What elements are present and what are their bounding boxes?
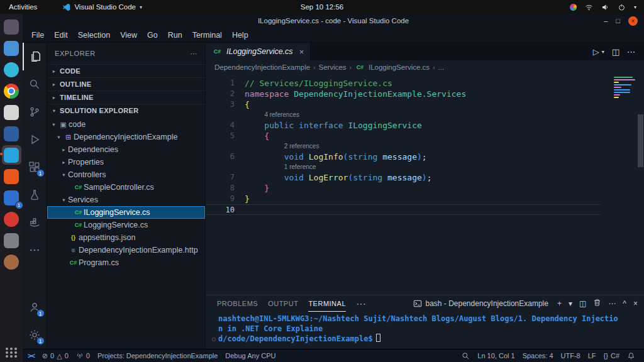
section-outline[interactable]: ▸OUTLINE — [47, 77, 205, 90]
tab-iloggingservice[interactable]: C# ILoggingService.cs × — [206, 43, 311, 60]
panel-overflow-icon[interactable]: ⋯ — [356, 298, 366, 310]
section-timeline[interactable]: ▸TIMELINE — [47, 90, 205, 104]
dock-text-editor[interactable] — [2, 102, 21, 122]
status-remote-indicator[interactable]: >< — [24, 349, 38, 362]
power-icon[interactable] — [618, 3, 626, 11]
activity-containers[interactable] — [23, 209, 47, 236]
codelens[interactable]: 1 reference — [206, 162, 644, 172]
close-tab-icon[interactable]: × — [299, 47, 304, 57]
dock-vscode[interactable] — [2, 145, 21, 165]
status-problems[interactable]: ⊘0△0 — [38, 349, 72, 362]
tree-item-dependencies[interactable]: ▸Dependencies — [47, 143, 205, 156]
tree-item-services[interactable]: ▾Services — [47, 194, 205, 206]
close-button[interactable]: × — [628, 16, 638, 26]
dock-files[interactable] — [2, 38, 21, 58]
menu-terminal[interactable]: Terminal — [187, 30, 227, 41]
system-tray[interactable]: ▾ — [570, 3, 644, 11]
activity-extensions[interactable]: 1 — [23, 153, 47, 181]
status-eol[interactable]: LF — [584, 349, 600, 362]
activity-accounts[interactable]: 1 — [23, 293, 47, 321]
title-bar[interactable]: ILoggingService.cs - code - Visual Studi… — [23, 14, 644, 28]
status-build-config[interactable]: Debug Any CPU — [221, 349, 279, 362]
show-apps-icon[interactable] — [6, 348, 18, 358]
activity-explorer[interactable] — [23, 43, 47, 70]
menu-view[interactable]: View — [115, 30, 142, 41]
tree-item-properties[interactable]: ▸Properties — [47, 156, 205, 168]
minimap[interactable] — [614, 77, 636, 98]
app-menu[interactable]: Visual Studio Code ▾ — [62, 3, 142, 11]
activities-button[interactable]: Activities — [0, 0, 46, 14]
tree-item-dependencyinjectionexample[interactable]: ▾⊞DependencyInjectionExample — [47, 131, 205, 143]
dock-app-brown[interactable] — [2, 252, 21, 272]
activity-more[interactable] — [23, 236, 47, 264]
volume-icon[interactable] — [601, 3, 609, 11]
tree-item-samplecontroller-cs[interactable]: C#SampleController.cs — [47, 181, 205, 194]
tree-item-code[interactable]: ▾▣code — [47, 118, 205, 131]
status-notifications[interactable] — [623, 349, 639, 362]
panel-tab-problems[interactable]: PROBLEMS — [217, 295, 258, 312]
codelens[interactable]: 4 references — [206, 110, 644, 120]
menu-file[interactable]: File — [26, 30, 49, 41]
codelens[interactable]: 2 references — [206, 141, 644, 151]
activity-source-control[interactable] — [23, 98, 47, 126]
menu-help[interactable]: Help — [227, 30, 253, 41]
indicator-icon[interactable] — [570, 4, 577, 11]
dock-app-gray[interactable] — [2, 231, 21, 250]
status-encoding[interactable]: UTF-8 — [557, 349, 584, 362]
code-editor[interactable]: 1// Services/ILoggingService.cs2namespac… — [206, 74, 644, 295]
status-zoom-indicator[interactable] — [458, 349, 474, 362]
activity-run-debug[interactable] — [23, 126, 47, 153]
terminal-selector[interactable]: bash - DependencyInjectionExample — [413, 299, 548, 308]
tree-item-iloggingservice-cs[interactable]: C#ILoggingService.cs — [47, 206, 205, 219]
breadcrumb-item[interactable]: ... — [438, 63, 444, 71]
editor-scrollbar[interactable] — [638, 114, 643, 167]
breadcrumb-item[interactable]: ILoggingService.cs — [369, 63, 430, 71]
clock[interactable]: Sep 10 12:56 — [301, 3, 343, 11]
tree-item-loggingservice-cs[interactable]: C#LoggingService.cs — [47, 219, 205, 231]
breadcrumb-item[interactable]: Services — [319, 63, 347, 71]
menu-run[interactable]: Run — [163, 30, 187, 41]
dock-app-db[interactable]: 1 — [2, 188, 21, 207]
dock-app-blue-dark[interactable] — [2, 124, 21, 143]
activity-search[interactable] — [23, 70, 47, 98]
minimize-button[interactable]: – — [604, 17, 608, 25]
activity-settings[interactable]: 1 — [23, 321, 47, 349]
status-cursor-position[interactable]: Ln 10, Col 1 — [474, 349, 518, 362]
status-indentation[interactable]: Spaces: 4 — [519, 349, 557, 362]
status-ports[interactable]: 0 — [72, 349, 94, 362]
kill-terminal-button[interactable] — [593, 299, 601, 309]
terminal-dropdown[interactable]: ▾ — [569, 299, 572, 308]
run-button[interactable]: ▷ — [593, 47, 599, 57]
run-dropdown[interactable]: ▾ — [602, 49, 604, 55]
panel-tab-terminal[interactable]: TERMINAL — [308, 295, 346, 312]
network-icon[interactable] — [585, 3, 593, 11]
breadcrumb-item[interactable]: DependencyInjectionExample — [214, 63, 310, 71]
activity-testing[interactable] — [23, 181, 47, 209]
dock-app-purple[interactable] — [2, 17, 21, 36]
status-language-mode[interactable]: {}C# — [600, 349, 623, 362]
dock-chrome[interactable] — [2, 81, 21, 101]
dock-app-red[interactable] — [2, 209, 21, 229]
menu-go[interactable]: Go — [142, 30, 163, 41]
status-project-selector[interactable]: Projects: DependencyInjectionExample — [94, 349, 221, 362]
terminal[interactable]: nashtech@INL-5MLKWG3:~/Nashtech Sujit/Na… — [206, 312, 644, 349]
tray-menu-icon[interactable]: ▾ — [634, 4, 636, 10]
section-code[interactable]: ▸CODE — [47, 64, 205, 77]
split-editor-button[interactable]: ◫ — [612, 47, 619, 57]
section-solution-explorer[interactable]: ▾SOLUTION EXPLORER — [47, 104, 205, 117]
new-terminal-button[interactable]: + — [557, 299, 562, 308]
menu-edit[interactable]: Edit — [49, 30, 73, 41]
tree-item-controllers[interactable]: ▾Controllers — [47, 168, 205, 181]
maximize-button[interactable]: □ — [616, 17, 620, 25]
dock-browser[interactable] — [2, 60, 21, 79]
tree-item-dependencyinjectionexample-http[interactable]: ≡DependencyInjectionExample.http — [47, 244, 205, 256]
maximize-panel-button[interactable]: ^ — [623, 299, 626, 308]
panel-more-actions-button[interactable]: ⋯ — [608, 299, 616, 308]
panel-tab-output[interactable]: OUTPUT — [268, 295, 298, 312]
tree-item-appsettings-json[interactable]: {}appsettings.json — [47, 231, 205, 244]
split-terminal-button[interactable]: ◫ — [579, 299, 586, 308]
close-panel-button[interactable]: × — [633, 299, 638, 308]
tree-item-program-cs[interactable]: C#Program.cs — [47, 256, 205, 269]
dock-software[interactable] — [2, 167, 21, 186]
editor-more-actions[interactable]: ⋯ — [627, 47, 635, 57]
